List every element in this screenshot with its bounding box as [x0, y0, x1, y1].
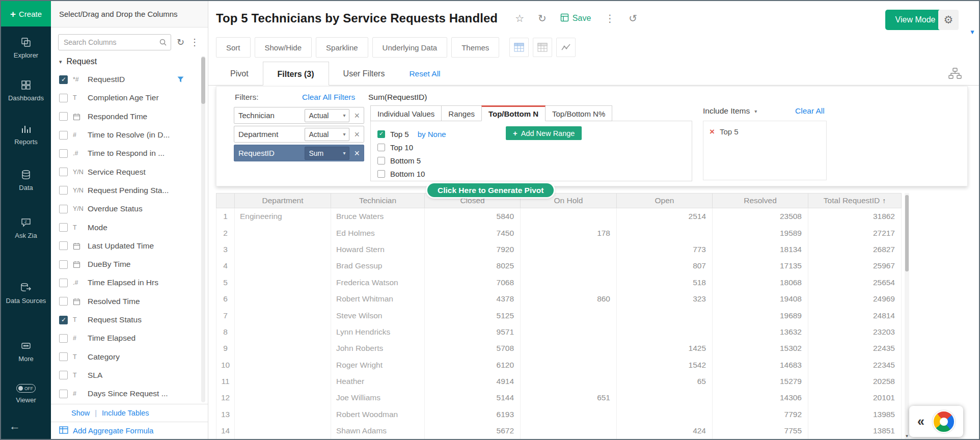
- aggregation-select[interactable]: Sum▾: [305, 147, 349, 160]
- field-checkbox[interactable]: [59, 334, 68, 343]
- field-requestid[interactable]: *#RequestID: [51, 70, 208, 89]
- chart-view-icon[interactable]: [556, 38, 576, 57]
- column-header-total-requestid[interactable]: Total RequestID↑: [808, 194, 902, 208]
- field-responded-time[interactable]: Responded Time: [51, 107, 208, 126]
- option-checkbox[interactable]: [377, 144, 385, 151]
- toolbar-underlying-data-button[interactable]: Underlying Data: [372, 37, 448, 58]
- request-section-toggle[interactable]: ▾ Request: [51, 55, 208, 70]
- field-checkbox[interactable]: [59, 205, 68, 213]
- field-resolved-time[interactable]: Resolved Time: [51, 292, 208, 311]
- remove-filter-icon[interactable]: ×: [354, 149, 360, 158]
- view-mode-button[interactable]: View Mode: [885, 10, 945, 30]
- search-columns-input[interactable]: [58, 34, 171, 50]
- clear-all-filters-link[interactable]: Clear All Filters: [302, 93, 355, 102]
- option-checkbox[interactable]: [377, 130, 385, 138]
- option-checkbox[interactable]: [377, 157, 385, 164]
- scrollbar-thumb[interactable]: [201, 57, 205, 104]
- table-scrollbar[interactable]: ▼: [905, 193, 909, 439]
- toolbar-themes-button[interactable]: Themes: [451, 37, 499, 58]
- favorite-star-icon[interactable]: ☆: [515, 13, 524, 23]
- aggregation-select[interactable]: Actual▾: [305, 128, 349, 141]
- field-checkbox[interactable]: [59, 149, 68, 158]
- more-options-kebab-icon[interactable]: ⋮: [605, 13, 615, 23]
- aggregation-select[interactable]: Actual▾: [305, 109, 349, 122]
- field-checkbox[interactable]: [59, 352, 68, 361]
- save-button[interactable]: Save: [560, 13, 591, 24]
- scroll-down-icon[interactable]: ▼: [905, 434, 909, 438]
- field-completion-age-tier[interactable]: TCompletion Age Tier: [51, 89, 208, 107]
- generate-pivot-button[interactable]: Click Here to Generate Pivot: [427, 183, 554, 197]
- field-sla[interactable]: TSLA: [51, 366, 208, 384]
- sidebar-item-dashboards[interactable]: Dashboards: [1, 79, 51, 102]
- filter-chip-technician[interactable]: TechnicianActual▾×: [234, 107, 364, 124]
- field-days-since-request[interactable]: #Days Since Request ...: [51, 384, 208, 403]
- toolbar-sparkline-button[interactable]: Sparkline: [316, 37, 368, 58]
- refresh-columns-icon[interactable]: ↻: [177, 38, 184, 47]
- hierarchy-icon[interactable]: [948, 67, 962, 81]
- collapse-widget-icon[interactable]: «: [917, 415, 924, 428]
- filter-tab-top-bottom-n[interactable]: Top/Bottom N%: [545, 105, 612, 121]
- sidebar-item-explorer[interactable]: Explorer: [1, 37, 51, 60]
- sidebar-item-viewer[interactable]: OFFViewer: [1, 384, 51, 404]
- pivot-table-icon[interactable]: [509, 38, 529, 57]
- field-mode[interactable]: TMode: [51, 218, 208, 236]
- field-time-to-resolve-in-d[interactable]: #Time to Resolve (in D...: [51, 126, 208, 144]
- filter-chip-department[interactable]: DepartmentActual▾×: [234, 126, 364, 143]
- zoho-analytics-logo[interactable]: [933, 410, 955, 433]
- filter-tab-top-bottom-n[interactable]: Top/Bottom N: [481, 105, 546, 121]
- create-button[interactable]: + Create: [1, 1, 51, 26]
- field-time-to-respond-in[interactable]: .#Time to Respond in ...: [51, 144, 208, 162]
- field-category[interactable]: TCategory: [51, 347, 208, 366]
- column-header-technician[interactable]: Technician: [331, 194, 425, 208]
- field-checkbox[interactable]: [59, 241, 68, 250]
- column-header-resolved[interactable]: Resolved: [713, 194, 808, 208]
- tab-user-filters[interactable]: User Filters: [329, 62, 399, 86]
- undo-icon[interactable]: ↺: [629, 13, 637, 23]
- field-checkbox[interactable]: [59, 186, 68, 195]
- tab-filters-3[interactable]: Filters (3): [263, 62, 329, 86]
- sidebar-collapse-icon[interactable]: ←: [9, 420, 20, 433]
- field-time-elapsed[interactable]: #Time Elapsed: [51, 329, 208, 347]
- column-header-open[interactable]: Open: [617, 194, 713, 208]
- filter-tab-individual-values[interactable]: Individual Values: [370, 105, 442, 121]
- field-dueby-time[interactable]: DueBy Time: [51, 255, 208, 273]
- field-request-pending-sta[interactable]: Y/NRequest Pending Sta...: [51, 181, 208, 200]
- add-aggregate-formula-button[interactable]: Add Aggregate Formula: [51, 422, 208, 439]
- include-items-dropdown[interactable]: Include Items ▾: [703, 106, 757, 116]
- filter-tab-ranges[interactable]: Ranges: [441, 105, 482, 121]
- sidebar-item-data-sources[interactable]: Data Sources: [1, 282, 51, 305]
- field-checkbox[interactable]: [59, 131, 68, 140]
- field-last-updated-time[interactable]: Last Updated Time: [51, 237, 208, 255]
- field-checkbox[interactable]: [59, 112, 68, 121]
- field-checkbox[interactable]: [59, 75, 68, 84]
- sidebar-item-ask-zia[interactable]: ZAsk Zia: [1, 217, 51, 240]
- scrollbar-thumb[interactable]: [905, 195, 909, 271]
- add-new-range-button[interactable]: + Add New Range: [506, 126, 582, 140]
- field-checkbox[interactable]: [59, 371, 68, 379]
- sidebar-item-data[interactable]: Data: [1, 169, 51, 192]
- field-checkbox[interactable]: [59, 297, 68, 306]
- remove-filter-icon[interactable]: ×: [354, 111, 360, 120]
- columns-menu-kebab-icon[interactable]: ⋮: [190, 38, 199, 47]
- field-time-elapsed-in-hrs[interactable]: .#Time Elapsed in Hrs: [51, 273, 208, 292]
- filter-chip-requestid[interactable]: RequestIDSum▾×: [234, 145, 364, 161]
- field-service-request[interactable]: Y/NService Request: [51, 162, 208, 181]
- toolbar-collapse-caret-icon[interactable]: ▼: [969, 29, 975, 36]
- include-clear-all-link[interactable]: Clear All: [795, 106, 825, 116]
- summary-table-icon[interactable]: [533, 38, 552, 57]
- option-checkbox[interactable]: [377, 170, 385, 178]
- filter-option-bottom-5[interactable]: Bottom 5: [371, 154, 692, 167]
- field-checkbox[interactable]: [59, 279, 68, 287]
- sidebar-item-reports[interactable]: Reports: [1, 123, 51, 146]
- field-overdue-status[interactable]: Y/NOverdue Status: [51, 200, 208, 218]
- field-checkbox[interactable]: [59, 260, 68, 269]
- by-none-link[interactable]: by None: [418, 130, 446, 139]
- filter-option-top-10[interactable]: Top 10: [371, 141, 692, 154]
- column-header-department[interactable]: Department: [235, 194, 331, 208]
- field-checkbox[interactable]: [59, 168, 68, 176]
- remove-include-icon[interactable]: ×: [710, 127, 715, 136]
- viewer-toggle-icon[interactable]: OFF: [16, 384, 36, 393]
- field-checkbox[interactable]: [59, 94, 68, 102]
- reset-all-link[interactable]: Reset All: [409, 62, 440, 85]
- toolbar-sort-button[interactable]: Sort: [216, 37, 251, 58]
